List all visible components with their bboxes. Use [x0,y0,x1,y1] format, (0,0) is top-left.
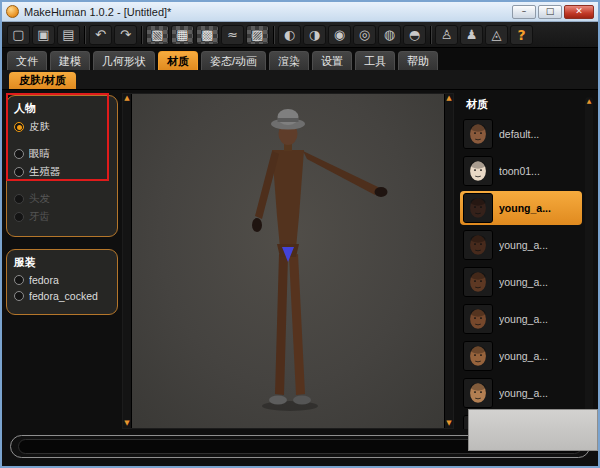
orbit-camera-button[interactable]: ◬ [485,25,508,45]
material-item[interactable]: young_a... [460,265,582,299]
tab-settings[interactable]: 设置 [312,51,352,70]
radio-fedora-cocked[interactable]: fedora_cocked [14,290,110,302]
minimize-button[interactable]: – [512,5,536,19]
material-thumbnail [463,304,493,334]
radio-eyes[interactable]: 眼睛 [14,147,110,161]
tab-skin-material[interactable]: 皮肤/材质 [9,72,76,89]
background-button[interactable]: ▧ [146,25,169,45]
pose-figure-button[interactable]: ♙ [435,25,458,45]
clothes-options: fedorafedora_cocked [14,274,110,302]
save-file-button[interactable]: ▤ [57,25,80,45]
radio-fedora[interactable]: fedora [14,274,110,286]
scroll-up-icon[interactable]: ▲ [446,95,451,102]
material-panel-title: 材质 [466,97,582,112]
viewport-3d[interactable]: ▲ ▼ ▲ ▼ [122,93,454,429]
side-view-button[interactable]: ◍ [378,25,401,45]
background-icon: ▧ [151,27,163,42]
grid-button[interactable]: ▦ [171,25,194,45]
material-item[interactable]: default... [460,117,582,151]
load-file-button[interactable]: ▣ [32,25,55,45]
scroll-down-icon[interactable]: ▼ [446,420,451,427]
material-thumbnail [463,267,493,297]
top-view-button[interactable]: ◓ [403,25,426,45]
undo-button[interactable]: ↶ [89,25,112,45]
pose-figure-icon: ♙ [441,27,453,42]
reset-camera-icon: ◉ [334,27,345,42]
material-thumbnail [463,341,493,371]
material-thumbnail [463,230,493,260]
scroll-down-icon[interactable]: ▼ [124,420,129,427]
material-item[interactable]: young_a... [460,191,582,225]
tab-materials[interactable]: 材质 [158,51,198,70]
skin-label: 皮肤 [29,120,50,134]
fedora-cocked-label: fedora_cocked [29,290,98,302]
tab-utilities[interactable]: 工具 [355,51,395,70]
body-figure-icon: ♟ [466,27,478,42]
human-options: 皮肤眼睛生殖器头发牙齿 [14,120,110,224]
symmetry-right-button[interactable]: ◑ [303,25,326,45]
human-group: 人物 皮肤眼睛生殖器头发牙齿 [6,95,118,237]
material-label: young_a... [499,387,548,399]
fedora-cocked-radio-circle [14,291,24,301]
maximize-button[interactable]: □ [538,5,562,19]
material-thumbnail [463,119,493,149]
radio-genitals[interactable]: 生殖器 [14,165,110,179]
tab-geometries[interactable]: 几何形状 [93,51,155,70]
window-title: MakeHuman 1.0.2 - [Untitled]* [24,6,171,18]
model-gloves [252,187,388,232]
radio-skin[interactable]: 皮肤 [14,120,110,134]
wireframe-button[interactable]: ▩ [196,25,219,45]
tab-rendering[interactable]: 渲染 [269,51,309,70]
toolbar: ▢▣▤↶↷▧▦▩≈▨◐◑◉◎◍◓♙♟◬? [2,22,598,48]
toolbar-separator [273,26,274,44]
subdivide-button[interactable]: ▨ [246,25,269,45]
material-list: default...toon01...young_a...young_a...y… [460,117,582,429]
title-bar[interactable]: MakeHuman 1.0.2 - [Untitled]* – □ ✕ [2,2,598,22]
tab-pose-animate[interactable]: 姿态/动画 [201,51,266,70]
material-panel: 材质 default...toon01...young_a...young_a.… [458,93,594,429]
help-icon: ? [517,27,525,43]
redo-button[interactable]: ↷ [114,25,137,45]
orbit-camera-icon: ◬ [492,27,502,42]
material-item[interactable]: toon01... [460,154,582,188]
tab-modelling[interactable]: 建模 [50,51,90,70]
tab-help[interactable]: 帮助 [398,51,438,70]
reset-camera-button[interactable]: ◉ [328,25,351,45]
symmetry-left-button[interactable]: ◐ [278,25,301,45]
viewport-right-scrollbar[interactable]: ▲ ▼ [444,94,453,428]
material-item[interactable]: young_a... [460,228,582,262]
hair-radio-circle [14,194,24,204]
wireframe-icon: ▩ [201,27,213,42]
radio-selected-dot [17,125,22,130]
save-file-icon: ▤ [62,27,74,42]
help-button[interactable]: ? [510,25,533,45]
model-arms [255,151,378,219]
body-figure-button[interactable]: ♟ [460,25,483,45]
scroll-up-icon[interactable]: ▲ [124,95,129,102]
human-model[interactable] [138,98,438,428]
material-item[interactable]: young_a... [460,339,582,373]
material-item[interactable]: young_a... [460,376,582,410]
scroll-up-icon[interactable]: ▲ [587,98,592,104]
fedora-radio-circle [14,275,24,285]
material-item[interactable]: young_a... [460,302,582,336]
material-label: young_a... [499,313,548,325]
human-group-title: 人物 [14,101,110,116]
eyes-radio-circle [14,149,24,159]
side-view-icon: ◍ [384,27,395,42]
material-scrollbar[interactable]: ▲ ▼ [585,97,593,425]
tab-file[interactable]: 文件 [7,51,47,70]
smooth-shading-button[interactable]: ≈ [221,25,244,45]
close-button[interactable]: ✕ [564,5,594,19]
top-view-icon: ◓ [409,27,420,42]
menu-tab-bar: 文件建模几何形状材质姿态/动画渲染设置工具帮助 [2,48,598,70]
front-view-button[interactable]: ◎ [353,25,376,45]
left-panel: 人物 皮肤眼睛生殖器头发牙齿 服装 fedorafedora_cocked [6,93,118,429]
new-file-button[interactable]: ▢ [7,25,30,45]
skin-radio-circle [14,122,24,132]
viewport-left-scrollbar[interactable]: ▲ ▼ [123,94,132,428]
toolbar-separator [84,26,85,44]
hair-label: 头发 [29,192,50,206]
overlay-window-fragment [468,409,598,451]
genitals-radio-circle [14,167,24,177]
